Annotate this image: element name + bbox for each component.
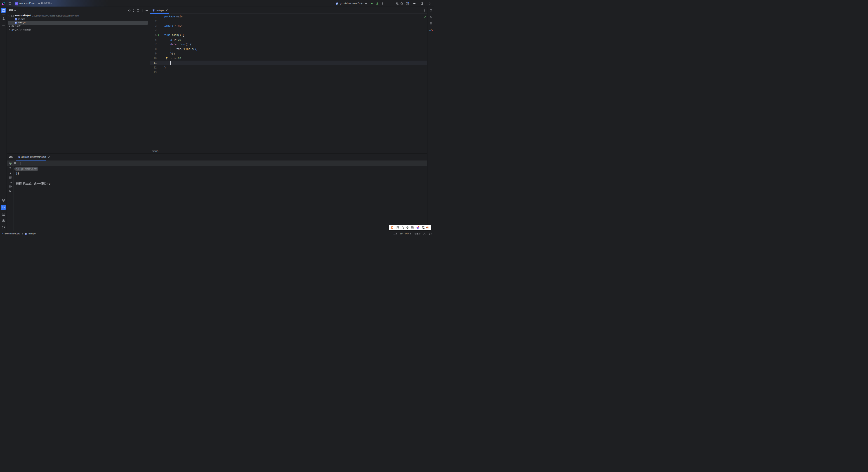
svg-text:GO: GO xyxy=(3,2,4,4)
